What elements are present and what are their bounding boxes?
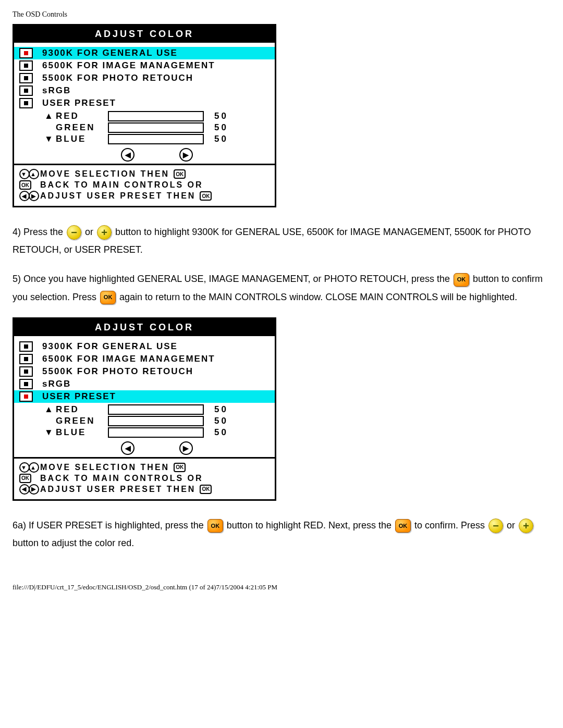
green-value: 50 — [214, 416, 230, 426]
osd-panel-2: ADJUST COLOR 9300K FOR GENERAL USE 6500K… — [13, 317, 276, 501]
osd-panel-1: ADJUST COLOR 9300K FOR GENERAL USE 6500K… — [13, 24, 276, 207]
preset-blue-label: BLUE — [56, 427, 108, 438]
option-label: 5500K FOR PHOTO RETOUCH — [42, 366, 193, 377]
ok-icon: OK — [174, 169, 186, 179]
option-label: 6500K FOR IMAGE MANAGEMENT — [42, 354, 215, 364]
blue-bar — [108, 134, 204, 144]
ok-icon: OK — [19, 474, 40, 483]
green-bar — [108, 416, 204, 426]
preset-green-row: GREEN 50 — [44, 122, 270, 133]
page-footer: file:///D|/EDFU/crt_17_5/edoc/ENGLISH/OS… — [13, 583, 550, 591]
ok-icon: OK — [19, 180, 40, 190]
step-4-text: 4) Press the − or + button to highlight … — [13, 223, 550, 258]
option-5500k[interactable]: 5500K FOR PHOTO RETOUCH — [14, 72, 275, 84]
preset-block: ▲ RED 50 GREEN 50 ▼ BLUE 50 ◀ ▶ — [14, 403, 275, 457]
option-box-icon — [19, 60, 33, 71]
option-box-icon — [19, 98, 33, 108]
option-9300k[interactable]: 9300K FOR GENERAL USE — [14, 47, 275, 59]
preset-blue-row: ▼ BLUE 50 — [44, 133, 270, 145]
osd-options: 9300K FOR GENERAL USE 6500K FOR IMAGE MA… — [14, 47, 275, 164]
minus-button-icon: − — [488, 519, 503, 533]
plus-button-icon: + — [97, 225, 112, 240]
footer-text: ADJUST USER PRESET THEN — [40, 485, 195, 494]
left-arrow-icon: ◀ — [121, 148, 134, 162]
option-box-icon — [19, 366, 33, 377]
green-value: 50 — [214, 122, 230, 133]
option-label: sRGB — [42, 85, 71, 96]
option-box-icon — [19, 85, 33, 96]
up-down-icon: ▼▲ — [19, 462, 40, 473]
right-arrow-icon: ▶ — [179, 148, 193, 162]
option-user-preset[interactable]: USER PRESET — [14, 97, 275, 109]
red-bar — [108, 111, 204, 121]
option-label: USER PRESET — [42, 391, 116, 402]
option-box-icon — [19, 48, 33, 58]
down-arrow-icon: ▼ — [44, 427, 54, 438]
preset-green-row: GREEN 50 — [44, 415, 270, 427]
blue-value: 50 — [214, 134, 230, 144]
preset-blue-row: ▼ BLUE 50 — [44, 427, 270, 438]
ok-icon: OK — [200, 191, 212, 201]
blue-bar — [108, 427, 204, 438]
option-label: sRGB — [42, 379, 71, 389]
right-arrow-icon: ▶ — [179, 441, 193, 455]
page-header: The OSD Controls — [13, 10, 550, 19]
option-5500k[interactable]: 5500K FOR PHOTO RETOUCH — [14, 365, 275, 378]
option-user-preset[interactable]: USER PRESET — [14, 390, 275, 403]
ok-button-icon: OK — [395, 519, 411, 533]
option-box-icon — [19, 354, 33, 364]
spacer — [14, 336, 275, 340]
up-arrow-icon: ▲ — [44, 404, 54, 415]
option-6500k[interactable]: 6500K FOR IMAGE MANAGEMENT — [14, 353, 275, 365]
option-box-icon — [19, 341, 33, 352]
left-right-icon: ◀▶ — [19, 484, 40, 495]
up-down-icon: ▼▲ — [19, 169, 40, 179]
footer-text: ADJUST USER PRESET THEN — [40, 191, 195, 201]
preset-red-row: ▲ RED 50 — [44, 110, 270, 122]
osd-title: ADJUST COLOR — [14, 26, 275, 43]
preset-red-label: RED — [56, 111, 108, 121]
ok-icon: OK — [200, 485, 212, 494]
preset-red-row: ▲ RED 50 — [44, 404, 270, 415]
preset-green-label: GREEN — [56, 122, 108, 133]
footer-text: BACK TO MAIN CONTROLS OR — [40, 474, 203, 483]
red-value: 50 — [214, 111, 230, 121]
blue-value: 50 — [214, 427, 230, 438]
footer-row-3: ◀▶ ADJUST USER PRESET THEN OK — [19, 484, 270, 495]
spacer — [14, 43, 275, 47]
arrow-row: ◀ ▶ — [44, 145, 270, 163]
osd-title: ADJUST COLOR — [14, 319, 275, 336]
left-right-icon: ◀▶ — [19, 191, 40, 201]
option-6500k[interactable]: 6500K FOR IMAGE MANAGEMENT — [14, 59, 275, 72]
option-box-icon — [19, 379, 33, 389]
red-value: 50 — [214, 404, 230, 415]
footer-row-3: ◀▶ ADJUST USER PRESET THEN OK — [19, 190, 270, 202]
osd-options: 9300K FOR GENERAL USE 6500K FOR IMAGE MA… — [14, 340, 275, 457]
option-9300k[interactable]: 9300K FOR GENERAL USE — [14, 340, 275, 353]
option-srgb[interactable]: sRGB — [14, 378, 275, 390]
plus-button-icon: + — [519, 519, 533, 533]
option-srgb[interactable]: sRGB — [14, 84, 275, 97]
preset-green-label: GREEN — [56, 416, 108, 426]
footer-text: MOVE SELECTION THEN — [40, 463, 169, 472]
up-arrow-icon: ▲ — [44, 111, 54, 121]
footer-row-2: OK BACK TO MAIN CONTROLS OR — [19, 473, 270, 484]
down-arrow-icon: ▼ — [44, 134, 54, 144]
preset-blue-label: BLUE — [56, 134, 108, 144]
option-label: USER PRESET — [42, 98, 116, 108]
preset-red-label: RED — [56, 404, 108, 415]
osd-footer: ▼▲ MOVE SELECTION THEN OK OK BACK TO MAI… — [14, 164, 275, 206]
ok-button-icon: OK — [100, 291, 116, 304]
footer-row-1: ▼▲ MOVE SELECTION THEN OK — [19, 462, 270, 473]
option-label: 5500K FOR PHOTO RETOUCH — [42, 73, 193, 83]
osd-footer: ▼▲ MOVE SELECTION THEN OK OK BACK TO MAI… — [14, 457, 275, 499]
minus-button-icon: − — [67, 225, 81, 240]
option-box-icon — [19, 391, 33, 402]
footer-row-1: ▼▲ MOVE SELECTION THEN OK — [19, 168, 270, 180]
arrow-row: ◀ ▶ — [44, 438, 270, 456]
step-6a-text: 6a) If USER PRESET is highlighted, press… — [13, 516, 550, 552]
footer-row-2: OK BACK TO MAIN CONTROLS OR — [19, 180, 270, 190]
green-bar — [108, 122, 204, 133]
step-5-text: 5) Once you have highlighted GENERAL USE… — [13, 270, 550, 305]
left-arrow-icon: ◀ — [121, 441, 134, 455]
